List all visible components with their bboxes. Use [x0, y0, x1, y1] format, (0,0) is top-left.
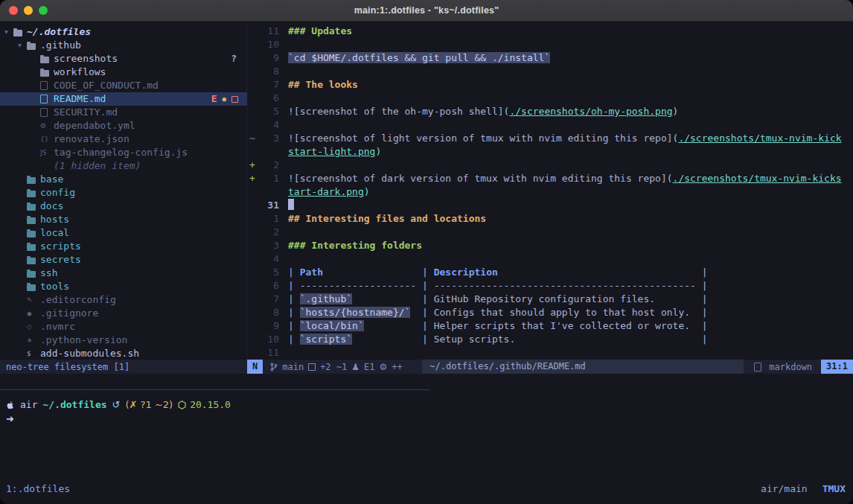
text-segment: `cd $HOME/.dotfiles && git pull && ./ins… [288, 52, 550, 63]
editor-line[interactable]: 7| `.github` | GitHub Repository configu… [247, 293, 853, 306]
gutter-sign [247, 145, 260, 159]
tree-item-label: docs [40, 200, 63, 213]
tree-item-tag-changelog-config-js[interactable]: JStag-changelog-config.js [0, 146, 247, 159]
editor-line[interactable]: 6 [247, 92, 853, 105]
zoom-button[interactable] [39, 6, 48, 15]
tree-item-dotfiles[interactable]: ▾~/.dotfiles [0, 25, 247, 39]
text-segment: | [422, 267, 434, 278]
close-button[interactable] [9, 6, 18, 15]
tree-item-label: CODE_OF_CONDUCT.md [54, 79, 159, 92]
editor-line[interactable]: +1![screenshot of dark version of tmux w… [247, 172, 853, 185]
tree-item-local[interactable]: local [0, 226, 247, 240]
folder-icon [27, 202, 37, 211]
apple-icon [6, 400, 15, 410]
tree-item-1-hidden-item[interactable]: (1 hidden item) [0, 159, 247, 173]
text-segment: | [364, 320, 434, 331]
editor-line[interactable]: 2 [247, 226, 853, 239]
tree-item-config[interactable]: config [0, 186, 247, 200]
tmux-pane-separator [0, 389, 430, 390]
line-number: 3 [260, 132, 279, 145]
editor-line[interactable]: 8| `hosts/{hostname}/` | Configs that sh… [247, 306, 853, 319]
editor-line[interactable]: ~3![screenshot of light version of tmux … [247, 132, 853, 145]
tree-item-dependabot-yml[interactable]: ⚙dependabot.yml [0, 119, 247, 133]
tree-item-editorconfig[interactable]: ✎.editorconfig [0, 293, 247, 307]
editor-line[interactable]: 9`cd $HOME/.dotfiles && git pull && ./in… [247, 51, 853, 65]
editor-line[interactable]: 31 [247, 199, 853, 212]
tree-item-base[interactable]: base [0, 173, 247, 186]
gutter-sign [247, 346, 260, 360]
prompt-input-line[interactable]: ➜ [6, 412, 231, 426]
editor-line[interactable]: 10| `scripts` | Setup scripts. | [247, 333, 853, 346]
line-number: 4 [260, 252, 279, 266]
file-path: ~/.dotfiles/.github/README.md [422, 360, 744, 374]
editor-line[interactable]: 3### Interesting folders [247, 239, 853, 252]
tree-item-label: (1 hidden item) [54, 159, 141, 173]
editor-line[interactable]: 7## The looks [247, 78, 853, 92]
tree-item-add-submodules-sh[interactable]: $add-submodules.sh [0, 347, 247, 360]
text-segment: | [655, 293, 707, 304]
editor-line[interactable]: 5| Path | Description | [247, 266, 853, 279]
expander-icon[interactable]: ▾ [18, 39, 27, 52]
line-text: ### Updates [288, 25, 352, 38]
tree-item-readme-md[interactable]: README.mdE● [0, 92, 247, 106]
git-untracked-badge: ? [231, 52, 237, 66]
editor-line[interactable]: 9| `local/bin` | Helper scripts that I'v… [247, 319, 853, 333]
line-text: start-light.png) [288, 145, 381, 159]
tree-item-secrets[interactable]: secrets [0, 253, 247, 267]
diagnostic-error-badge: E [211, 92, 217, 106]
editor-line[interactable]: 4 [247, 118, 853, 132]
git-branch-icon [270, 363, 278, 371]
tree-item-security-md[interactable]: SECURITY.md [0, 106, 247, 119]
tree-item-github[interactable]: ▾.github [0, 39, 247, 52]
text-segment: ## The looks [288, 79, 358, 90]
editor-line[interactable]: 1## Interesting files and locations [247, 212, 853, 226]
tree-item-tools[interactable]: tools [0, 280, 247, 293]
tree-item-label: SECURITY.md [54, 106, 118, 119]
editor-line[interactable]: 5![screenshot of the oh-my-posh shell](.… [247, 105, 853, 118]
tree-item-label: hosts [40, 213, 69, 226]
gutter-sign: + [247, 172, 260, 185]
tree-item-python-version[interactable]: ∗.python-version [0, 334, 247, 347]
editor-line[interactable]: 10 [247, 38, 853, 51]
tmux-window-tab[interactable]: 1:.dotfiles [0, 483, 70, 494]
gutter-sign [247, 266, 260, 279]
tree-item-code-of-conduct-md[interactable]: CODE_OF_CONDUCT.md [0, 79, 247, 92]
editor-line[interactable]: 8 [247, 65, 853, 78]
terminal-window: main:1:.dotfiles - "ks~/.dotfiles" ▾~/.d… [0, 0, 853, 504]
tree-item-workflows[interactable]: workflows [0, 66, 247, 79]
tree-item-scripts[interactable]: scripts [0, 240, 247, 253]
pencil-icon: ✎ [27, 293, 37, 307]
git-icon: ◆ [27, 307, 37, 320]
tree-item-hosts[interactable]: hosts [0, 213, 247, 226]
editor-line[interactable]: start-light.png) [247, 145, 853, 159]
text-segment: | [352, 293, 434, 304]
editor-line[interactable]: 4 [247, 252, 853, 266]
gutter-sign [247, 65, 260, 78]
tree-item-label: base [40, 173, 63, 186]
line-number: 6 [260, 92, 279, 105]
filetype-segment: markdown [754, 362, 812, 372]
editor-line[interactable]: 11 [247, 346, 853, 360]
folder-icon [27, 283, 37, 291]
editor-line[interactable]: 11### Updates [247, 25, 853, 38]
braces-icon: {} [40, 133, 51, 146]
tree-item-label: workflows [54, 66, 106, 79]
expander-icon[interactable]: ▾ [4, 25, 13, 39]
editor-line[interactable]: 6| -------------------- | --------------… [247, 279, 853, 293]
tree-item-gitignore[interactable]: ◆.gitignore [0, 307, 247, 320]
line-number: 10 [260, 38, 279, 51]
gutter-sign [247, 118, 260, 132]
text-segment: `hosts/{hostname}/` [300, 307, 411, 318]
tree-item-screenshots[interactable]: screenshots? [0, 52, 247, 66]
tree-item-renovate-json[interactable]: {}renovate.json [0, 133, 247, 146]
editor-line[interactable]: tart-dark.png) [247, 185, 853, 199]
tree-item-docs[interactable]: docs [0, 200, 247, 213]
minimize-button[interactable] [24, 6, 33, 15]
tree-item-nvmrc[interactable]: ◇.nvmrc [0, 320, 247, 334]
gutter-sign: ~ [247, 132, 260, 145]
editor-line[interactable]: +2 [247, 159, 853, 172]
shell-prompt[interactable]: air ~/.dotfiles ↺ (✗ ?1 ~2) 20.15.0 ➜ [6, 398, 231, 426]
tree-item-ssh[interactable]: ssh [0, 267, 247, 280]
git-segment: main +2 ~1 ♟ E1 ⚙ ++ [270, 362, 402, 372]
tmux-flag: TMUX [822, 483, 846, 494]
